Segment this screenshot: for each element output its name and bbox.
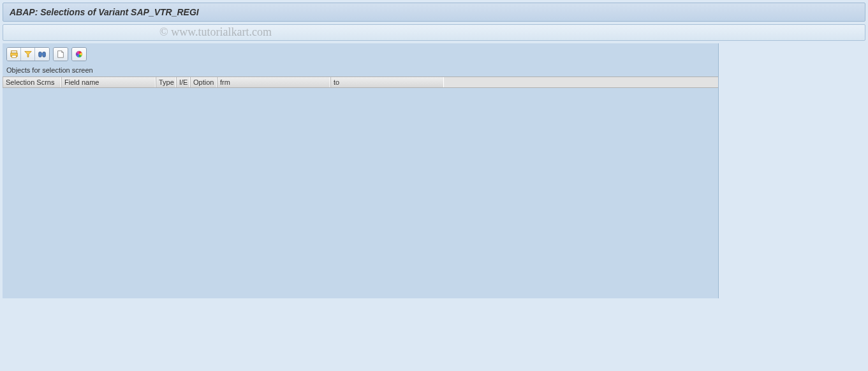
export-button[interactable] xyxy=(54,48,68,61)
title-bar: ABAP: Selections of Variant SAP_VTR_REGI xyxy=(3,3,865,22)
filter-button[interactable] xyxy=(21,48,35,61)
chart-button[interactable] xyxy=(72,48,86,61)
toolbar-group-1 xyxy=(6,47,50,61)
print-button[interactable] xyxy=(7,48,21,61)
svg-rect-5 xyxy=(41,53,43,55)
col-ie[interactable]: I/E xyxy=(176,77,190,87)
columns-button[interactable] xyxy=(35,48,49,61)
svg-rect-0 xyxy=(11,51,17,54)
table-header-row: Selection Scrns Field name Type I/E Opti… xyxy=(3,76,718,88)
toolbar-group-3 xyxy=(71,47,87,61)
binoculars-icon xyxy=(38,50,47,59)
side-panel xyxy=(719,43,865,298)
print-icon xyxy=(10,50,18,59)
filter-icon xyxy=(24,50,33,59)
application-toolbar xyxy=(3,24,865,41)
col-option[interactable]: Option xyxy=(190,77,217,87)
page-icon xyxy=(56,50,65,59)
col-frm[interactable]: frm xyxy=(217,77,330,87)
main-panel: Objects for selection screen Selection S… xyxy=(3,43,719,298)
color-wheel-icon xyxy=(75,50,84,59)
col-field-name[interactable]: Field name xyxy=(61,77,156,87)
page-title: ABAP: Selections of Variant SAP_VTR_REGI xyxy=(10,7,199,17)
col-selection-scrns[interactable]: Selection Scrns xyxy=(3,77,61,87)
section-label: Objects for selection screen xyxy=(3,64,718,76)
alv-toolbar xyxy=(3,43,718,64)
svg-rect-2 xyxy=(11,55,16,58)
col-type[interactable]: Type xyxy=(156,77,176,87)
content-area: Objects for selection screen Selection S… xyxy=(3,43,865,298)
toolbar-group-2 xyxy=(53,47,68,61)
col-to[interactable]: to xyxy=(330,77,444,87)
